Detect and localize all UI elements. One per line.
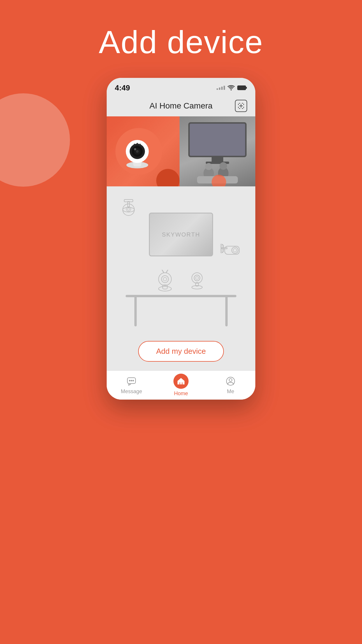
svg-rect-3 [239,103,240,104]
svg-point-54 [196,276,198,279]
phone-mockup: 4:49 AI Home Camera [107,78,255,400]
svg-point-22 [136,143,138,145]
svg-point-21 [134,144,136,146]
battery-icon [237,85,247,90]
nav-label-me: Me [227,388,234,395]
svg-point-48 [161,276,168,283]
svg-point-38 [127,208,130,210]
background-circle [0,93,70,187]
svg-rect-25 [190,124,245,156]
svg-point-41 [233,249,237,252]
svg-rect-1 [238,86,246,90]
hero-camera-illustration [115,130,159,173]
svg-rect-8 [238,107,239,108]
table-camera-left [156,270,179,296]
svg-rect-7 [238,104,239,105]
status-time: 4:49 [115,83,130,92]
svg-point-0 [231,89,232,90]
bottom-nav: Message Home Me [107,370,255,400]
table-scene [126,270,236,326]
home-icon-circle [173,374,189,389]
svg-point-29 [205,163,212,170]
svg-point-31 [219,162,227,170]
svg-point-60 [133,380,134,382]
me-icon [225,376,236,387]
main-content: SKYWORTH [107,186,255,370]
svg-point-53 [194,275,200,281]
message-icon [126,376,137,387]
status-icons [217,85,247,91]
table-leg-right [225,297,228,326]
app-header: AI Home Camera [107,95,255,116]
svg-point-20 [134,148,136,150]
nav-item-me[interactable]: Me [206,376,255,395]
svg-point-23 [139,144,141,146]
illustration-area: SKYWORTH [113,195,249,335]
wall-camera-icon [220,242,247,259]
svg-rect-2 [246,87,247,89]
svg-point-59 [131,380,132,382]
table-legs [126,297,236,326]
nav-item-home[interactable]: Home [156,374,206,397]
svg-rect-12 [239,106,243,106]
svg-point-52 [192,273,202,283]
nav-item-message[interactable]: Message [107,376,156,395]
table-camera-right [188,270,207,293]
tv-brand-label: SKYWORTH [162,231,200,238]
status-bar: 4:49 [107,78,255,95]
banner-shape-1 [156,169,180,186]
crosshair-icon [238,103,244,109]
signal-icon [217,86,225,90]
svg-point-63 [229,379,232,382]
svg-point-35 [123,204,134,216]
svg-line-45 [162,270,164,273]
svg-line-46 [166,270,168,273]
nav-label-home: Home [174,391,188,397]
wifi-icon [227,85,235,91]
svg-point-40 [232,247,238,253]
svg-rect-5 [239,108,240,109]
svg-point-47 [159,273,171,286]
tv-monitor: SKYWORTH [149,213,213,256]
add-my-device-button[interactable]: Add my device [138,341,224,362]
svg-rect-6 [242,108,243,109]
svg-rect-26 [212,157,223,162]
svg-rect-4 [242,103,243,104]
svg-point-49 [163,277,167,281]
page-title: Add device [99,23,263,60]
table-leg-left [134,297,137,326]
svg-rect-9 [243,104,244,105]
svg-rect-61 [180,382,182,384]
svg-rect-10 [243,107,244,108]
ceiling-camera-icon [118,198,139,218]
add-device-icon-button[interactable] [235,100,247,112]
svg-point-58 [129,380,131,382]
app-header-title: AI Home Camera [150,101,212,111]
table-surface [126,295,236,297]
svg-point-19 [136,150,138,153]
nav-label-message: Message [121,388,142,395]
hero-banner [107,116,255,186]
